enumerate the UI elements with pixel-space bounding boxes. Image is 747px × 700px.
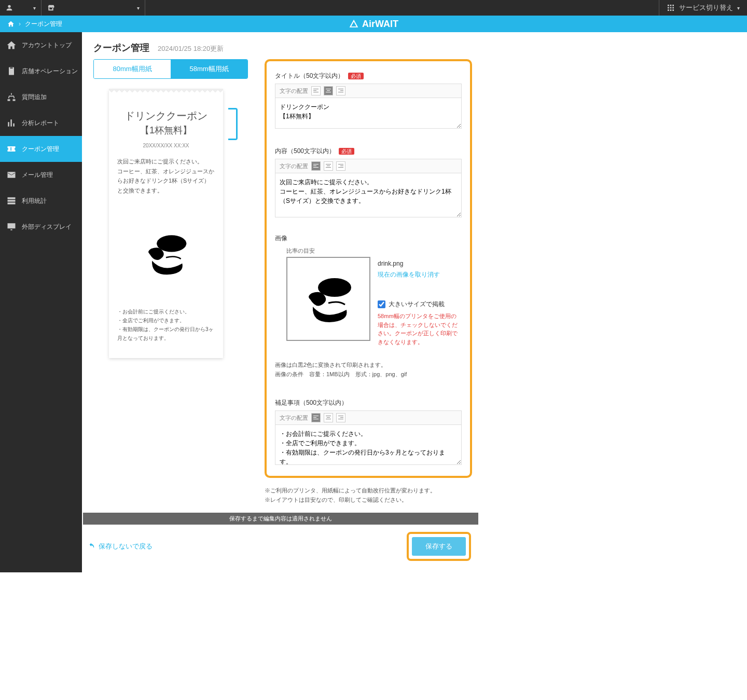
image-preview-box [286, 257, 370, 341]
grid-icon [667, 4, 675, 12]
title-align-toolbar: 文字の配置 [275, 84, 462, 98]
tab-58mm[interactable]: 58mm幅用紙 [171, 60, 247, 78]
save-button-highlight: 保存する [407, 532, 471, 561]
table-icon [6, 196, 17, 206]
sidebar-item-external-display[interactable]: 外部ディスプレイ [0, 214, 82, 240]
align-left-button[interactable] [311, 86, 321, 95]
image-hints: 画像は白黒2色に変換されて印刷されます。 画像の条件 容量：1MB以内 形式：j… [275, 361, 462, 379]
large-size-label: 大きいサイズで掲載 [389, 300, 445, 309]
preview-subtitle: 【1杯無料】 [117, 124, 215, 136]
align-center-button[interactable] [324, 413, 333, 422]
align-label: 文字の配置 [280, 87, 308, 95]
preview-date: 20XX/XX/XX XX:XX [117, 143, 215, 148]
align-right-button[interactable] [336, 86, 345, 95]
chevron-down-icon: ▾ [137, 5, 140, 11]
align-right-button[interactable] [336, 161, 345, 171]
chevron-down-icon: ▾ [737, 5, 740, 11]
chevron-right-icon: › [19, 20, 21, 28]
notes-input[interactable] [275, 424, 462, 465]
back-without-save-link[interactable]: 保存しないで戻る [83, 542, 153, 551]
align-left-button[interactable] [311, 161, 321, 171]
page-timestamp: 2024/01/25 18:20更新 [158, 44, 224, 53]
sidebar-item-account-top[interactable]: アカウントトップ [0, 32, 82, 58]
mail-icon [6, 170, 17, 180]
undo-icon [87, 542, 95, 551]
coffee-cup-icon [137, 232, 195, 276]
image-filename: drink.png [378, 260, 462, 267]
sidebar-item-label: 店舗オペレーション [22, 67, 78, 76]
chevron-down-icon: ▾ [33, 5, 36, 11]
sidebar-item-label: 利用統計 [22, 197, 47, 205]
required-badge: 必須 [348, 73, 364, 79]
sidebar-item-label: 外部ディスプレイ [22, 223, 72, 231]
preview-image [117, 232, 215, 276]
preview-title: ドリンククーポン [117, 109, 215, 123]
align-label: 文字の配置 [280, 414, 308, 422]
align-center-button[interactable] [324, 161, 333, 171]
sidebar-item-store-operation[interactable]: 店舗オペレーション [0, 58, 82, 84]
unsaved-warning-bar: 保存するまで編集内容は適用されません [83, 513, 478, 525]
store-menu[interactable]: ▾ [42, 0, 145, 16]
chart-icon [6, 118, 17, 128]
layout-footer-notes: ※ご利用のプリンタ、用紙幅によって自動改行位置が変わります。 ※レイアウトは目安… [265, 486, 472, 504]
user-icon [5, 4, 13, 12]
sidebar-item-label: アカウントトップ [22, 41, 72, 50]
align-label: 文字の配置 [280, 162, 308, 170]
home-icon[interactable] [7, 20, 15, 28]
notes-field-label: 補足事項（500文字以内） [275, 399, 462, 407]
required-badge: 必須 [339, 148, 354, 155]
sidebar-item-label: 分析レポート [22, 119, 59, 128]
paper-width-tabs: 80mm幅用紙 58mm幅用紙 [93, 59, 248, 79]
app-name: AirWAIT [362, 19, 398, 30]
bracket-decoration [228, 108, 238, 140]
hierarchy-icon [6, 92, 17, 102]
align-right-button[interactable] [336, 413, 345, 422]
blue-header: › クーポン管理 AirWAIT [0, 16, 747, 32]
home-icon [6, 40, 17, 50]
content-align-toolbar: 文字の配置 [275, 159, 462, 173]
page-title: クーポン管理 [93, 42, 149, 54]
service-switch-label: サービス切り替え [679, 3, 733, 12]
align-center-button[interactable] [324, 86, 333, 95]
user-menu[interactable]: ▾ [0, 0, 42, 16]
sidebar-item-label: クーポン管理 [22, 145, 59, 154]
title-field-label: タイトル（50文字以内） 必須 [275, 72, 462, 80]
sidebar-item-mail[interactable]: メール管理 [0, 162, 82, 188]
clipboard-icon [6, 66, 17, 76]
store-icon [47, 4, 55, 12]
large-size-warning: 58mm幅のプリンタをご使用の場合は、チェックしないでください。クーポンが正しく… [378, 312, 462, 346]
large-size-checkbox[interactable] [378, 300, 385, 308]
preview-notes: ・お会計前にご提示ください。 ・全店でご利用ができます。 ・有効期限は、クーポン… [117, 307, 215, 342]
monitor-icon [6, 222, 17, 232]
cancel-image-link[interactable]: 現在の画像を取り消す [378, 270, 462, 279]
coupon-preview: ドリンククーポン 【1杯無料】 20XX/XX/XX XX:XX 次回ご来店時に… [109, 89, 223, 358]
content-field-label: 内容（500文字以内） 必須 [275, 147, 462, 156]
breadcrumb-current: クーポン管理 [25, 20, 62, 29]
align-left-button[interactable] [311, 413, 321, 422]
sidebar-item-coupon[interactable]: クーポン管理 [0, 136, 82, 162]
sidebar-item-analytics[interactable]: 分析レポート [0, 110, 82, 136]
sidebar-item-question[interactable]: 質問追加 [0, 84, 82, 110]
coffee-cup-icon [297, 274, 359, 324]
ratio-label: 比率の目安 [286, 247, 462, 255]
image-field-label: 画像 [275, 234, 462, 243]
title-input[interactable] [275, 98, 462, 129]
save-button[interactable]: 保存する [412, 537, 466, 556]
breadcrumb: › クーポン管理 [0, 20, 62, 29]
tab-80mm[interactable]: 80mm幅用紙 [94, 60, 171, 78]
sidebar-item-label: メール管理 [22, 171, 53, 180]
ticket-icon [6, 144, 17, 154]
logo-icon [349, 19, 359, 29]
global-topbar: ▾ ▾ サービス切り替え ▾ [0, 0, 747, 16]
service-switcher[interactable]: サービス切り替え ▾ [659, 0, 747, 16]
preview-body: 次回ご来店時にご提示ください。 コーヒー、紅茶、オレンジジュースからお好きなドリ… [117, 157, 215, 196]
form-highlighted-area: タイトル（50文字以内） 必須 文字の配置 内容（500文字以内） [265, 59, 472, 478]
app-logo: AirWAIT [349, 19, 398, 30]
sidebar-item-label: 質問追加 [22, 93, 47, 102]
sidebar: アカウントトップ 店舗オペレーション 質問追加 分析レポート クーポン管理 メー… [0, 32, 82, 572]
notes-align-toolbar: 文字の配置 [275, 410, 462, 424]
main-content: クーポン管理 2024/01/25 18:20更新 80mm幅用紙 58mm幅用… [82, 32, 589, 572]
content-input[interactable] [275, 173, 462, 217]
sidebar-item-usage-stats[interactable]: 利用統計 [0, 188, 82, 214]
